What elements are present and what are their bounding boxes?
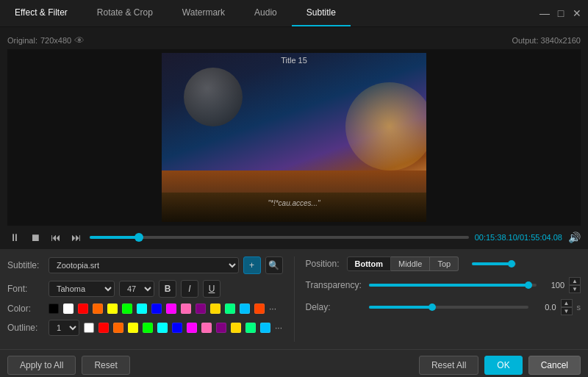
color-blue[interactable] [151,304,162,314]
visibility-icon[interactable]: 👁 [74,35,85,46]
original-resolution: 720x480 [40,36,71,45]
tab-bar: Effect & Filter Rotate & Crop Watermark … [0,0,588,27]
color-black[interactable] [49,304,59,314]
color-green[interactable] [122,304,132,314]
volume-icon[interactable]: 🔊 [568,231,581,243]
apply-all-button[interactable]: Apply to All [7,356,76,375]
tab-effect-filter[interactable]: Effect & Filter [0,0,82,26]
video-info-bar: Original: 720x480 👁 Output: 3840x2160 [7,32,581,49]
subtitle-file-select[interactable]: Zootopia.srt [49,257,239,273]
outline-color-white[interactable] [84,323,94,333]
outline-color-magenta[interactable] [187,323,197,333]
outline-color-gold[interactable] [231,323,241,333]
delay-slider-container: 0.0 ▲ ▼ s [369,299,581,315]
position-row: Position: Bottom Middle Top [306,256,581,271]
color-orange[interactable] [93,304,103,314]
outline-color-spring-green[interactable] [245,323,256,333]
outline-color-blue[interactable] [172,323,182,333]
color-deep-sky-blue[interactable] [240,304,250,314]
position-top-button[interactable]: Top [430,256,459,271]
window-controls: — □ ✕ [539,0,588,26]
playback-bar: ⏸ ⏹ ⏮ ⏭ 00:15:38.10/01:55:04.08 🔊 [0,226,588,249]
delay-down-button[interactable]: ▼ [561,307,573,315]
close-button[interactable]: ✕ [572,8,582,18]
position-middle-button[interactable]: Middle [391,256,430,271]
color-spring-green[interactable] [225,304,235,314]
delay-row: Delay: 0.0 ▲ ▼ s [306,299,581,315]
prev-button[interactable]: ⏮ [49,230,63,245]
scene-glow [345,82,426,170]
pause-button[interactable]: ⏸ [7,230,22,245]
video-container: Title 15 "*!*cau.acces..." [7,49,581,226]
transparency-slider[interactable] [369,284,537,287]
ok-button[interactable]: OK [484,356,522,375]
outline-color-green[interactable] [143,323,153,333]
delay-up-button[interactable]: ▲ [561,299,573,307]
delay-fill [369,306,433,309]
transparency-down-button[interactable]: ▼ [569,285,581,293]
color-label: Color: [7,304,44,314]
tab-audio[interactable]: Audio [240,0,292,26]
color-pink[interactable] [181,304,191,314]
reset-all-button[interactable]: Reset All [419,356,478,375]
color-magenta[interactable] [166,304,176,314]
subtitle-overlay: "*!*cau.acces..." [268,199,320,207]
outline-size-select[interactable]: 1 [49,320,79,336]
outline-row: Outline: 1 ··· [7,320,283,336]
video-area: Original: 720x480 👁 Output: 3840x2160 Ti… [0,27,588,226]
color-row: Color: ··· [7,304,283,314]
delay-slider[interactable] [369,306,528,309]
scene-planet [184,68,243,126]
italic-button[interactable]: I [181,280,198,298]
transparency-fill [369,284,528,287]
tab-watermark[interactable]: Watermark [168,0,240,26]
search-subtitle-button[interactable]: 🔍 [265,256,283,274]
color-purple[interactable] [196,304,206,314]
tab-subtitle[interactable]: Subtitle [292,0,351,26]
stop-button[interactable]: ⏹ [28,230,43,245]
bottom-bar: Apply to All Reset Reset All OK Cancel [0,349,588,377]
outline-color-red[interactable] [98,323,109,333]
more-colors-button[interactable]: ··· [269,304,276,314]
tab-rotate-crop[interactable]: Rotate & Crop [82,0,168,26]
next-button[interactable]: ⏭ [69,230,84,245]
position-label: Position: [306,259,343,269]
color-cyan[interactable] [137,304,147,314]
transparency-row: Transparency: 100 ▲ ▼ [306,277,581,293]
delay-unit: s [577,303,581,312]
maximize-button[interactable]: □ [556,8,566,18]
transparency-value: 100 [541,281,564,290]
progress-bar[interactable] [90,236,469,239]
color-yellow[interactable] [107,304,118,314]
reset-button[interactable]: Reset [82,356,129,375]
transparency-label: Transparency: [306,280,365,290]
outline-color-yellow[interactable] [128,323,138,333]
font-select[interactable]: Tahoma [49,281,115,297]
color-gold[interactable] [210,304,220,314]
video-preview: Title 15 "*!*cau.acces..." [162,53,426,222]
delay-label: Delay: [306,302,365,312]
color-white[interactable] [63,304,74,314]
outline-color-deep-sky-blue[interactable] [260,323,270,333]
transparency-slider-container: 100 ▲ ▼ [369,277,581,293]
color-orange-red[interactable] [254,304,265,314]
position-slider[interactable] [472,262,516,265]
outline-color-pink[interactable] [201,323,212,333]
outline-color-purple[interactable] [216,323,226,333]
bold-button[interactable]: B [159,280,176,298]
position-bottom-button[interactable]: Bottom [347,256,392,271]
transparency-up-button[interactable]: ▲ [569,277,581,285]
cancel-button[interactable]: Cancel [528,356,581,375]
underline-button[interactable]: U [203,280,220,298]
subtitle-row: Subtitle: Zootopia.srt + 🔍 [7,256,283,274]
bottom-right-buttons: Reset All OK Cancel [419,356,581,375]
outline-color-cyan[interactable] [157,323,168,333]
more-outline-colors-button[interactable]: ··· [275,323,282,333]
color-red[interactable] [78,304,88,314]
outline-color-orange[interactable] [113,323,123,333]
add-subtitle-button[interactable]: + [243,256,261,274]
minimize-button[interactable]: — [539,8,550,18]
left-panel: Subtitle: Zootopia.srt + 🔍 Font: Tahoma … [7,256,294,342]
font-label: Font: [7,284,44,294]
font-size-select[interactable]: 47 [119,281,154,297]
